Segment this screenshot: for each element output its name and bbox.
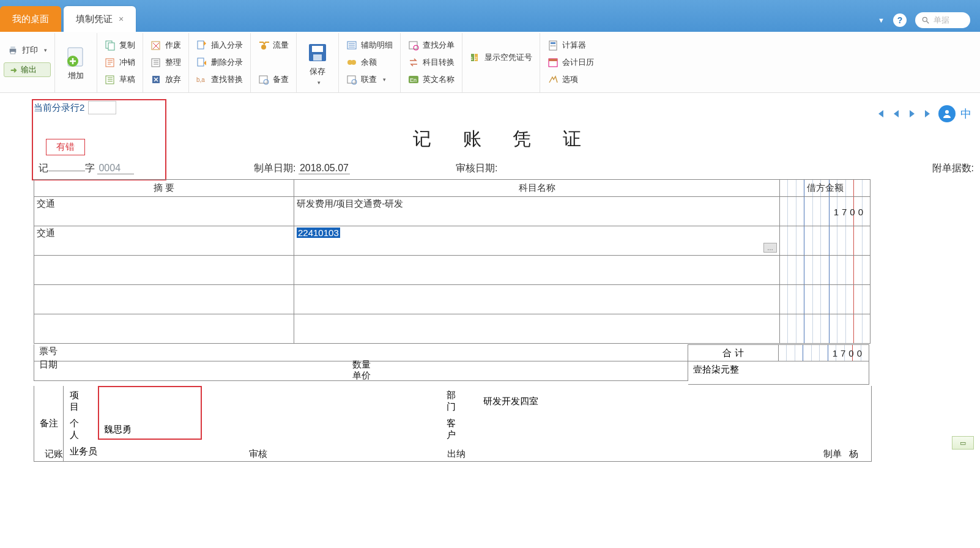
insert-line-button[interactable]: 插入分录 — [193, 37, 247, 54]
footer-mini-button[interactable]: ▭ — [952, 436, 974, 450]
prep-date-input[interactable]: 2018.05.07 — [299, 163, 350, 174]
debit-cell[interactable] — [780, 314, 870, 344]
showempty-icon: 1 2 — [470, 52, 481, 63]
copy-button[interactable]: 复制 — [101, 37, 139, 54]
debit-cell[interactable] — [780, 256, 870, 285]
calendar-button[interactable]: 会计日历 — [544, 54, 598, 71]
printer-icon — [7, 45, 18, 56]
delete-line-button[interactable]: 删除分录 — [193, 54, 247, 71]
print-button[interactable]: 打印 — [4, 42, 51, 59]
tab-bar: 我的桌面 填制凭证 ▼ ? — [0, 0, 980, 32]
tab-desktop[interactable]: 我的桌面 — [0, 6, 61, 32]
svg-rect-14 — [198, 41, 204, 49]
summary-cell[interactable]: 交通 — [34, 197, 294, 226]
calc-icon — [548, 40, 559, 51]
current-line-label: 当前分录行2 — [34, 101, 974, 114]
current-line-input[interactable] — [88, 101, 116, 114]
search-icon — [921, 16, 930, 24]
subject-cell[interactable]: 22410103… — [294, 226, 780, 256]
flow-icon — [258, 40, 269, 51]
aux-detail-button[interactable]: 辅助明细 — [343, 37, 396, 54]
tidy-button[interactable]: 整理 — [147, 54, 185, 71]
add-button[interactable]: 增加 — [59, 37, 93, 90]
reverse-icon — [105, 57, 116, 68]
debit-cell[interactable]: 1700 — [780, 197, 870, 226]
subject-cell[interactable] — [294, 256, 780, 285]
convert-icon — [408, 57, 419, 68]
svg-point-0 — [922, 17, 927, 21]
export-icon: ➜ — [10, 65, 17, 75]
voucher-table: 摘 要 科目名称 借方金额 交通 研发费用/项目交通费-研发 1700 交通 2… — [34, 179, 870, 344]
link-button[interactable]: 联查 — [343, 71, 396, 88]
save-button[interactable]: 保存 — [300, 37, 335, 90]
svg-point-25 — [351, 60, 356, 65]
svg-rect-8 — [108, 43, 114, 50]
en-icon: En — [408, 74, 419, 85]
svg-text:b,a: b,a — [196, 76, 205, 83]
calculator-button[interactable]: 计算器 — [544, 37, 598, 54]
debit-cell[interactable] — [780, 226, 870, 256]
flow-button[interactable]: 流量 — [254, 37, 292, 54]
voucher-number: 记 字 0004 — [39, 162, 134, 175]
show-empty-button[interactable]: 1 2显示空凭证号 — [466, 49, 536, 66]
remark-icon — [258, 74, 269, 85]
tab-voucher[interactable]: 填制凭证 — [64, 6, 136, 32]
svg-rect-4 — [10, 51, 15, 54]
svg-rect-36 — [551, 42, 555, 44]
attach-count: 附单据数: — [932, 162, 974, 175]
draft-button[interactable]: 草稿 — [101, 71, 139, 88]
summary-cell[interactable] — [34, 285, 294, 314]
subject-cell[interactable] — [294, 285, 780, 314]
reverse-button[interactable]: 冲销 — [101, 54, 139, 71]
prep-date: 制单日期: 2018.05.07 — [254, 162, 350, 175]
subject-cell[interactable] — [294, 314, 780, 344]
search-input[interactable] — [934, 15, 964, 24]
summary-cell[interactable]: 交通 — [34, 226, 294, 256]
link-icon — [346, 74, 357, 85]
options-button[interactable]: 选项 — [544, 71, 598, 88]
cancel-button[interactable]: 作废 — [147, 37, 185, 54]
replace-button[interactable]: b,a查找替换 — [193, 71, 247, 88]
header-debit: 借方金额 — [780, 180, 870, 197]
svg-rect-41 — [549, 59, 557, 61]
tabs-dropdown[interactable]: ▼ — [878, 17, 885, 24]
subject-lookup-button[interactable]: … — [763, 243, 777, 253]
date-qty-row: 日期 数量 单价 — [34, 358, 688, 381]
replace-icon: b,a — [196, 74, 207, 85]
balance-icon — [346, 57, 357, 68]
header-subject: 科目名称 — [294, 180, 780, 197]
balance-button[interactable]: 余额 — [343, 54, 396, 71]
dept-value[interactable]: 研发开发四室 — [483, 396, 865, 407]
svg-text:En: En — [410, 77, 417, 83]
search-box[interactable] — [915, 12, 970, 28]
svg-point-37 — [551, 45, 552, 46]
remark-lookup-button[interactable]: 备查 — [254, 71, 292, 88]
add-icon — [65, 46, 86, 67]
english-button[interactable]: En英文名称 — [404, 71, 458, 88]
discard-button[interactable]: 放弃 — [147, 71, 185, 88]
svg-point-38 — [552, 45, 554, 46]
ribbon: 打印 ➜输出 增加 复制 冲销 草稿 作废 整理 放弃 插入分录 删除分录 b,… — [0, 32, 980, 93]
find-entry-button[interactable]: 查找分单 — [404, 37, 458, 54]
summary-cell[interactable] — [34, 314, 294, 344]
debit-cell[interactable] — [780, 285, 870, 314]
summary-cell[interactable] — [34, 256, 294, 285]
help-button[interactable]: ? — [893, 13, 907, 27]
find-icon — [408, 40, 419, 51]
audit-date: 审核日期: — [456, 162, 497, 175]
svg-point-39 — [554, 45, 555, 46]
delete-icon — [196, 57, 207, 68]
svg-line-1 — [927, 21, 929, 23]
person-value[interactable]: 魏思勇 — [104, 424, 447, 435]
footer-row: 记账 审核 出纳 制单 杨 — [45, 448, 968, 460]
svg-rect-21 — [312, 46, 323, 52]
svg-rect-15 — [198, 58, 204, 66]
aux-icon — [346, 40, 357, 51]
export-button[interactable]: ➜输出 — [4, 62, 51, 77]
total-label: 合 计 — [688, 344, 779, 361]
voucher-form: 当前分录行2 有错 记 字 0004 记 账 凭 证 制单日期: 2018.05… — [34, 101, 974, 114]
convert-button[interactable]: 科目转换 — [404, 54, 458, 71]
subject-cell[interactable]: 研发费用/项目交通费-研发 — [294, 197, 780, 226]
discard-icon — [150, 74, 161, 85]
voucher-no-input[interactable]: 0004 — [97, 163, 134, 174]
